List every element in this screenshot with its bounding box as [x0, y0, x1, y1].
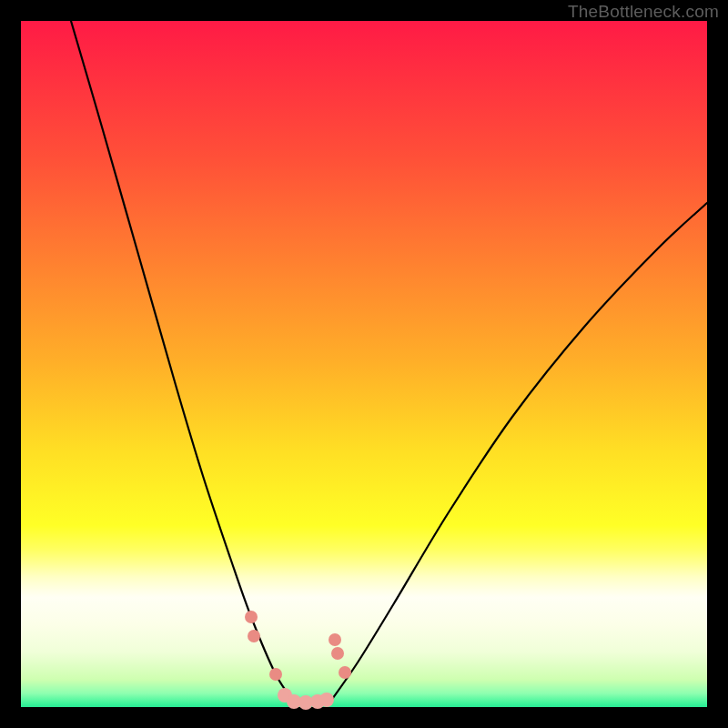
chart-point	[331, 647, 344, 660]
chart-point	[248, 630, 260, 642]
chart-point	[329, 633, 341, 646]
chart-point	[339, 666, 351, 679]
chart-svg	[21, 21, 707, 707]
chart-line	[71, 21, 294, 702]
chart-point	[245, 611, 258, 623]
chart-area	[21, 21, 707, 707]
watermark-text: TheBottleneck.com	[568, 2, 719, 22]
chart-point	[319, 693, 334, 707]
chart-line	[330, 203, 707, 702]
chart-point	[269, 668, 282, 681]
